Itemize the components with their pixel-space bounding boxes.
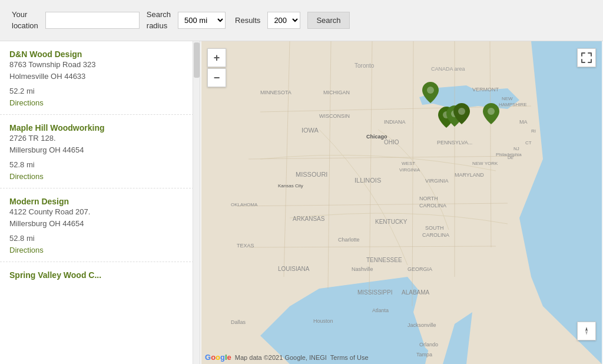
search-button[interactable]: Search xyxy=(307,12,349,29)
map-pin-5[interactable] xyxy=(483,103,499,126)
svg-text:MINNESOTA: MINNESOTA xyxy=(260,90,291,95)
svg-text:KENTUCKY: KENTUCKY xyxy=(375,219,407,225)
svg-marker-61 xyxy=(585,331,588,335)
svg-text:CT: CT xyxy=(525,140,532,145)
result-address-0: 8763 Township Road 323 Holmesville OH 44… xyxy=(9,59,190,82)
fullscreen-icon xyxy=(581,52,592,63)
result-name-3[interactable]: Spring Valley Wood C... xyxy=(9,270,190,280)
svg-text:Nashville: Nashville xyxy=(352,266,373,272)
svg-text:OHIO: OHIO xyxy=(384,139,399,145)
svg-text:VERMONT: VERMONT xyxy=(472,87,499,92)
svg-text:MICHIGAN: MICHIGAN xyxy=(323,90,350,95)
scrollbar-thumb[interactable] xyxy=(194,42,200,78)
svg-text:Atlanta: Atlanta xyxy=(372,307,389,313)
svg-text:TEXAS: TEXAS xyxy=(237,243,254,249)
svg-text:WISCONSIN: WISCONSIN xyxy=(319,113,350,119)
result-distance-2: 52.8 mi xyxy=(9,234,190,243)
svg-text:TENNESSEE: TENNESSEE xyxy=(366,257,402,263)
svg-text:NEW YORK: NEW YORK xyxy=(472,161,498,166)
svg-point-55 xyxy=(427,87,434,94)
svg-text:Kansas City: Kansas City xyxy=(278,183,303,188)
svg-text:IOWA: IOWA xyxy=(302,127,319,134)
fullscreen-button[interactable] xyxy=(577,48,596,67)
scrollbar-track[interactable] xyxy=(193,41,200,364)
svg-text:RI: RI xyxy=(531,128,536,134)
result-directions-0[interactable]: Directions xyxy=(9,98,44,107)
svg-text:ILLINOIS: ILLINOIS xyxy=(354,177,381,184)
search-radius-label: Search xyxy=(147,9,171,20)
svg-text:Charlotte: Charlotte xyxy=(338,237,360,243)
map-svg: IOWA MISSOURI ARKANSAS LOUISIANA ILLINOI… xyxy=(200,41,603,364)
terms-link[interactable]: Terms of Use xyxy=(330,354,369,361)
result-name-1[interactable]: Maple Hill Woodworking xyxy=(9,123,105,133)
results-select[interactable]: 200 50 100 500 xyxy=(267,12,300,29)
result-name-2[interactable]: Modern Design xyxy=(9,197,69,206)
svg-text:Philadelphia: Philadelphia xyxy=(496,152,522,157)
svg-text:LOUISIANA: LOUISIANA xyxy=(278,266,310,272)
svg-text:Chicago: Chicago xyxy=(366,134,387,140)
map-pin-1[interactable] xyxy=(422,82,439,105)
result-item: D&N Wood Design 8763 Township Road 323 H… xyxy=(0,41,200,115)
top-bar: Yourlocation Search radius 500 mi 100 mi… xyxy=(0,0,603,41)
svg-text:MA: MA xyxy=(519,119,528,125)
map-controls: + − xyxy=(207,48,226,87)
svg-text:Orlando: Orlando xyxy=(419,342,438,348)
svg-text:NJ: NJ xyxy=(513,146,519,151)
svg-text:MISSISSIPPI: MISSISSIPPI xyxy=(357,289,392,296)
svg-point-59 xyxy=(488,108,495,115)
result-directions-2[interactable]: Directions xyxy=(9,246,44,254)
radius-select[interactable]: 500 mi 100 mi 250 mi 1000 mi xyxy=(178,12,226,29)
result-name-0[interactable]: D&N Wood Design xyxy=(9,49,82,59)
result-distance-1: 52.8 mi xyxy=(9,160,190,169)
compass-button[interactable] xyxy=(577,322,596,340)
svg-text:MARYLAND: MARYLAND xyxy=(455,172,484,178)
svg-text:Jacksonville: Jacksonville xyxy=(407,322,436,328)
result-item: Modern Design 4122 County Road 207. Mill… xyxy=(0,188,200,262)
svg-text:MISSOURI: MISSOURI xyxy=(296,171,327,178)
svg-text:GEORGIA: GEORGIA xyxy=(407,266,432,272)
result-address-2: 4122 County Road 207. Millersburg OH 446… xyxy=(9,206,190,229)
map-footer: Google Map data ©2021 Google, INEGI Term… xyxy=(205,353,369,362)
search-radius-label2: radius xyxy=(147,21,171,31)
result-address-1: 2726 TR 128. Millersburg OH 44654 xyxy=(9,133,190,155)
svg-text:PENNSYLVA...: PENNSYLVA... xyxy=(437,140,472,145)
location-input[interactable] xyxy=(45,12,140,29)
google-logo: Google xyxy=(205,353,231,362)
svg-text:Dallas: Dallas xyxy=(231,319,246,325)
svg-text:Houston: Houston xyxy=(313,318,333,324)
results-label: Results xyxy=(235,16,260,25)
result-item-partial: Spring Valley Wood C... xyxy=(0,262,200,283)
svg-point-58 xyxy=(458,108,465,115)
map-pin-4[interactable] xyxy=(453,103,470,126)
your-location-label: Yourlocation xyxy=(12,9,38,31)
results-panel: D&N Wood Design 8763 Township Road 323 H… xyxy=(0,41,200,364)
map-container: IOWA MISSOURI ARKANSAS LOUISIANA ILLINOI… xyxy=(200,41,603,364)
svg-text:INDIANA: INDIANA xyxy=(384,119,406,125)
main-content: D&N Wood Design 8763 Township Road 323 H… xyxy=(0,41,603,364)
svg-text:CANADA area: CANADA area xyxy=(431,66,465,72)
svg-marker-60 xyxy=(585,327,588,331)
map-attribution: Map data ©2021 Google, INEGI Terms of Us… xyxy=(235,354,369,361)
svg-text:ALABAMA: ALABAMA xyxy=(402,289,430,296)
svg-text:Tampa: Tampa xyxy=(416,352,432,358)
svg-text:VIRGINIA: VIRGINIA xyxy=(425,178,449,184)
svg-text:Toronto: Toronto xyxy=(354,62,375,69)
svg-text:ARKANSAS: ARKANSAS xyxy=(293,216,325,222)
result-directions-1[interactable]: Directions xyxy=(9,172,44,181)
zoom-out-button[interactable]: − xyxy=(207,68,226,87)
svg-text:OKLAHOMA: OKLAHOMA xyxy=(231,202,258,207)
compass-icon xyxy=(581,326,592,336)
result-item: Maple Hill Woodworking 2726 TR 128. Mill… xyxy=(0,115,200,188)
result-distance-0: 52.2 mi xyxy=(9,87,190,95)
zoom-in-button[interactable]: + xyxy=(207,48,226,67)
